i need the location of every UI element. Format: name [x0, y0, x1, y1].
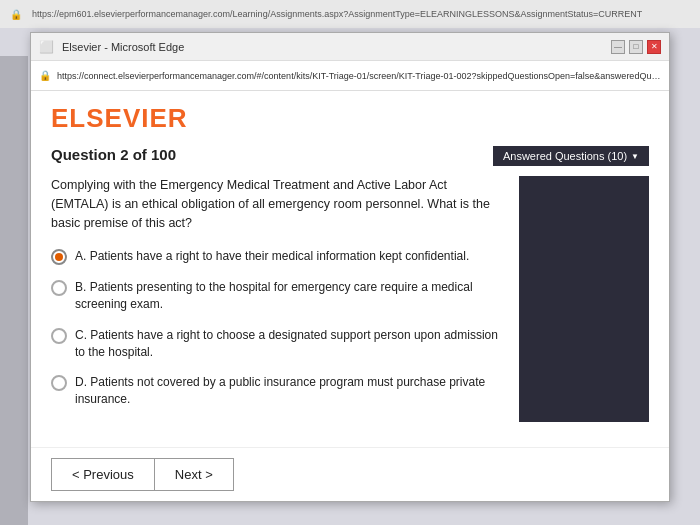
edge-titlebar-left: ⬜ Elsevier - Microsoft Edge: [39, 40, 184, 54]
content-flex: Complying with the Emergency Medical Tre…: [51, 176, 649, 422]
answered-questions-button[interactable]: Answered Questions (10) ▼: [493, 146, 649, 166]
elsevier-header: ELSEVIER: [31, 91, 669, 138]
answer-option-c[interactable]: C. Patients have a right to choose a des…: [51, 327, 499, 361]
chevron-down-icon: ▼: [631, 152, 639, 161]
answer-option-d[interactable]: D. Patients not covered by a public insu…: [51, 374, 499, 408]
answer-text-a: A. Patients have a right to have their m…: [75, 248, 469, 265]
edge-url: https://connect.elsevierperformancemanag…: [57, 71, 661, 81]
answer-option-b[interactable]: B. Patients presenting to the hospital f…: [51, 279, 499, 313]
edge-browser-window: ⬜ Elsevier - Microsoft Edge — □ ✕ 🔒 http…: [30, 32, 670, 502]
edge-window-controls[interactable]: — □ ✕: [611, 40, 661, 54]
answer-option-a[interactable]: A. Patients have a right to have their m…: [51, 248, 499, 265]
answer-text-d: D. Patients not covered by a public insu…: [75, 374, 499, 408]
question-area: Complying with the Emergency Medical Tre…: [51, 176, 499, 422]
previous-label: < Previous: [72, 467, 134, 482]
edge-favicon: ⬜: [39, 40, 54, 54]
previous-button[interactable]: < Previous: [51, 458, 154, 491]
right-panel: [519, 176, 649, 422]
answer-text-b: B. Patients presenting to the hospital f…: [75, 279, 499, 313]
radio-a-inner: [55, 253, 63, 261]
bg-url: https://epm601.elsevierperformancemanage…: [32, 9, 642, 19]
next-label: Next >: [175, 467, 213, 482]
minimize-button[interactable]: —: [611, 40, 625, 54]
question-label: Question 2 of 100: [51, 146, 176, 163]
edge-content-area: ELSEVIER Question 2 of 100 Answered Ques…: [31, 91, 669, 501]
answer-text-c: C. Patients have a right to choose a des…: [75, 327, 499, 361]
main-body: Question 2 of 100 Answered Questions (10…: [31, 138, 669, 447]
edge-address-bar[interactable]: 🔒 https://connect.elsevierperformanceman…: [31, 61, 669, 91]
edge-window-title: Elsevier - Microsoft Edge: [62, 41, 184, 53]
bg-sidebar: [0, 56, 28, 525]
radio-b[interactable]: [51, 280, 67, 296]
maximize-button[interactable]: □: [629, 40, 643, 54]
bg-lock-icon: 🔒: [10, 9, 22, 20]
next-button[interactable]: Next >: [154, 458, 234, 491]
radio-d[interactable]: [51, 375, 67, 391]
close-button[interactable]: ✕: [647, 40, 661, 54]
lock-icon: 🔒: [39, 70, 51, 81]
background-address-bar: 🔒 https://epm601.elsevierperformancemana…: [0, 0, 700, 28]
question-header-row: Question 2 of 100 Answered Questions (10…: [51, 146, 649, 166]
elsevier-logo: ELSEVIER: [51, 103, 649, 134]
answered-questions-label: Answered Questions (10): [503, 150, 627, 162]
nav-bar: < Previous Next >: [31, 447, 669, 501]
question-text: Complying with the Emergency Medical Tre…: [51, 176, 499, 232]
edge-titlebar: ⬜ Elsevier - Microsoft Edge — □ ✕: [31, 33, 669, 61]
radio-c[interactable]: [51, 328, 67, 344]
radio-a[interactable]: [51, 249, 67, 265]
